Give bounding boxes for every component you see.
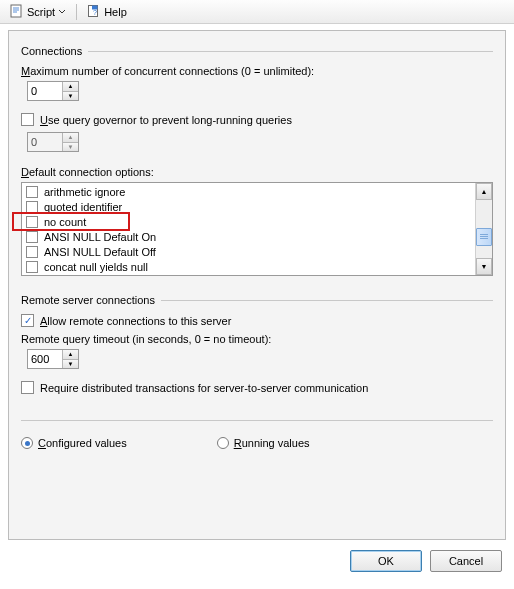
toolbar-separator <box>76 4 77 20</box>
governor-value-spinner: ▲▼ <box>27 132 79 152</box>
connections-title: Connections <box>21 45 82 57</box>
remote-group-header: Remote server connections <box>21 294 493 306</box>
allow-remote-label: Allow remote connections to this server <box>40 315 231 327</box>
option-checkbox[interactable] <box>26 216 38 228</box>
list-item[interactable]: arithmetic ignore <box>22 184 475 199</box>
list-item[interactable]: concat null yields null <box>22 259 475 274</box>
divider <box>88 51 493 52</box>
connections-group-header: Connections <box>21 45 493 57</box>
configured-values-radio[interactable]: Configured values <box>21 437 127 449</box>
timeout-label: Remote query timeout (in seconds, 0 = no… <box>21 333 493 345</box>
list-item[interactable]: quoted identifier <box>22 199 475 214</box>
cancel-button[interactable]: Cancel <box>430 550 502 572</box>
governor-checkbox[interactable] <box>21 113 34 126</box>
toolbar: Script ? Help <box>0 0 514 24</box>
scroll-thumb[interactable] <box>476 228 492 246</box>
governor-value-input <box>28 133 62 151</box>
governor-label: Use query governor to prevent long-runni… <box>40 114 292 126</box>
default-options-listbox[interactable]: arithmetic ignore quoted identifier no c… <box>21 182 493 276</box>
list-content: arithmetic ignore quoted identifier no c… <box>22 183 475 275</box>
chevron-down-icon <box>58 8 66 16</box>
scroll-up-button[interactable]: ▲ <box>476 183 492 200</box>
script-button[interactable]: Script <box>6 3 70 21</box>
max-connections-input[interactable] <box>28 82 62 100</box>
spinner-buttons: ▲▼ <box>62 133 78 151</box>
option-label: concat null yields null <box>44 261 148 273</box>
main-panel: Connections Maximum number of concurrent… <box>8 30 506 540</box>
timeout-input[interactable] <box>28 350 62 368</box>
ok-button[interactable]: OK <box>350 550 422 572</box>
script-label: Script <box>27 6 55 18</box>
values-radio-group: Configured values Running values <box>21 437 493 449</box>
spinner-buttons[interactable]: ▲▼ <box>62 350 78 368</box>
listbox-scrollbar[interactable]: ▲ ▼ <box>475 183 492 275</box>
script-icon <box>10 4 24 20</box>
option-checkbox[interactable] <box>26 261 38 273</box>
remote-title: Remote server connections <box>21 294 155 306</box>
dtc-checkbox[interactable] <box>21 381 34 394</box>
svg-text:?: ? <box>93 9 97 16</box>
help-button[interactable]: ? Help <box>83 3 131 21</box>
running-label: Running values <box>234 437 310 449</box>
option-label: ANSI NULL Default On <box>44 231 156 243</box>
option-checkbox[interactable] <box>26 201 38 213</box>
option-checkbox[interactable] <box>26 231 38 243</box>
scroll-down-button[interactable]: ▼ <box>476 258 492 275</box>
help-label: Help <box>104 6 127 18</box>
allow-remote-checkbox[interactable]: ✓ <box>21 314 34 327</box>
dtc-label: Require distributed transactions for ser… <box>40 382 368 394</box>
configured-label: Configured values <box>38 437 127 449</box>
option-label: quoted identifier <box>44 201 122 213</box>
default-options-label: Default connection options: <box>21 166 493 178</box>
option-label: arithmetic ignore <box>44 186 125 198</box>
option-checkbox[interactable] <box>26 246 38 258</box>
scroll-track[interactable] <box>476 200 492 258</box>
dialog-footer: OK Cancel <box>0 540 514 572</box>
list-item[interactable]: no count <box>22 214 475 229</box>
divider <box>21 420 493 421</box>
timeout-spinner[interactable]: ▲▼ <box>27 349 79 369</box>
list-item[interactable]: ANSI NULL Default On <box>22 229 475 244</box>
option-label: ANSI NULL Default Off <box>44 246 156 258</box>
svg-rect-0 <box>11 5 21 17</box>
max-connections-spinner[interactable]: ▲▼ <box>27 81 79 101</box>
option-label: no count <box>44 216 86 228</box>
max-connections-label: Maximum number of concurrent connections… <box>21 65 493 77</box>
list-item[interactable]: ANSI NULL Default Off <box>22 244 475 259</box>
running-values-radio[interactable]: Running values <box>217 437 310 449</box>
option-checkbox[interactable] <box>26 186 38 198</box>
help-icon: ? <box>87 4 101 20</box>
radio-dot-icon <box>217 437 229 449</box>
divider <box>161 300 493 301</box>
radio-dot-icon <box>21 437 33 449</box>
spinner-buttons[interactable]: ▲▼ <box>62 82 78 100</box>
